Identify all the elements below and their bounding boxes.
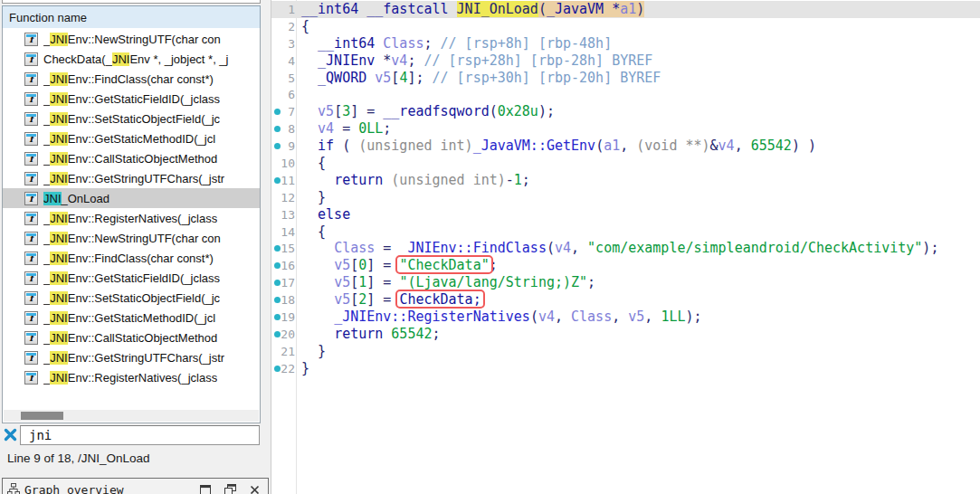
code-line-17[interactable]: 17 v5[1] = "(Ljava/lang/String;)Z"; (271, 274, 980, 291)
code-line-22[interactable]: 22} (271, 360, 980, 377)
function-icon: f (24, 232, 38, 245)
function-name-label: _JNIEnv::RegisterNatives(_jclass (43, 212, 217, 225)
code-line-15[interactable]: 15 Class = _JNIEnv::FindClass(v4, "com/e… (271, 240, 980, 257)
code-line-9[interactable]: 9 if ( (unsigned int)_JavaVM::GetEnv(a1,… (271, 138, 980, 155)
code-line-8[interactable]: 8 v4 = 0LL; (271, 120, 980, 138)
code-text: if ( (unsigned int)_JavaVM::GetEnv(a1, (… (295, 138, 816, 155)
code-line-2[interactable]: 2{ (271, 18, 980, 35)
function-name-label: _JNIEnv::GetStaticMethodID(_jcl (43, 311, 215, 325)
function-icon: f (24, 212, 38, 225)
toolbar-edge (2, 0, 261, 4)
decompiler-pseudocode-panel[interactable]: 1__int64 __fastcall JNI_OnLoad(_JavaVM *… (271, 1, 980, 377)
function-list-item[interactable]: f _JNIEnv::GetStaticFieldID(_jclass (3, 89, 260, 109)
line-dot[interactable] (271, 103, 281, 120)
code-line-1[interactable]: 1__int64 __fastcall JNI_OnLoad(_JavaVM *… (271, 1, 980, 18)
code-text: } (295, 189, 326, 206)
code-text: v5[3] = __readfsqword(0x28u); (295, 103, 555, 120)
function-name-label: _JNIEnv::GetStaticFieldID(_jclass (43, 92, 220, 106)
function-icon: f (24, 172, 38, 185)
functions-list: f _JNIEnv::NewStringUTF(char con f Check… (3, 29, 260, 387)
code-line-13[interactable]: 13 else (271, 206, 980, 223)
code-line-16[interactable]: 16 v5[0] = "CheckData"; (271, 257, 980, 274)
horizontal-scrollbar[interactable] (4, 410, 259, 422)
code-line-7[interactable]: 7 v5[3] = __readfsqword(0x28u); (271, 103, 980, 120)
graph-overview-panel[interactable]: Graph overview (2, 478, 269, 494)
function-icon: f (24, 192, 38, 205)
function-list-item[interactable]: f _JNIEnv::SetStaticObjectField(_jc (3, 109, 260, 128)
code-line-3[interactable]: 3 __int64 Class; // [rsp+8h] [rbp-48h] (271, 35, 980, 52)
line-number: 5 (281, 71, 295, 85)
function-icon: f (24, 311, 38, 325)
code-line-4[interactable]: 4 _JNIEnv *v4; // [rsp+28h] [rbp-28h] BY… (271, 52, 980, 70)
float-window-icon[interactable] (224, 484, 236, 494)
line-dot[interactable] (271, 240, 281, 257)
functions-column-header[interactable]: Function name (2, 5, 261, 29)
line-dot[interactable] (271, 120, 281, 138)
line-dot-empty (271, 70, 281, 87)
function-list-item[interactable]: f _JNIEnv::CallStaticObjectMethod (3, 148, 260, 168)
code-line-10[interactable]: 10 { (271, 155, 980, 172)
code-line-19[interactable]: 19 _JNIEnv::RegisterNatives(v4, Class, v… (271, 309, 980, 326)
line-dot[interactable] (271, 172, 281, 189)
code-line-5[interactable]: 5 _QWORD v5[4]; // [rsp+30h] [rbp-20h] B… (271, 70, 980, 87)
function-name-label: _JNIEnv::RegisterNatives(_jclass (43, 371, 217, 385)
line-dot[interactable] (271, 291, 281, 309)
panel-window-buttons (200, 484, 260, 494)
function-list-item[interactable]: f _JNIEnv::CallStaticObjectMethod (3, 328, 260, 347)
line-dot-empty (271, 343, 281, 360)
function-list-item[interactable]: f _JNIEnv::NewStringUTF(char con (3, 29, 260, 49)
line-dot[interactable] (271, 257, 281, 274)
function-list-item[interactable]: f _JNIEnv::RegisterNatives(_jclass (3, 367, 260, 387)
close-search-icon[interactable] (4, 428, 17, 442)
scrollbar-thumb[interactable] (21, 412, 63, 420)
function-search-input[interactable] (20, 425, 260, 445)
line-number: 2 (281, 20, 295, 33)
code-line-6[interactable]: 6 (271, 86, 980, 103)
line-number: 15 (281, 242, 295, 255)
line-dot-empty (271, 223, 281, 241)
function-list-item[interactable]: f _JNIEnv::GetStaticMethodID(_jcl (3, 308, 260, 328)
close-panel-icon[interactable] (250, 485, 260, 494)
function-list-item[interactable]: f _JNIEnv::SetStaticObjectField(_jc (3, 288, 260, 308)
code-line-20[interactable]: 20 return 65542; (271, 326, 980, 343)
function-list-item[interactable]: f _JNIEnv::FindClass(char const*) (3, 248, 260, 268)
line-number: 1 (281, 3, 295, 16)
function-list-item[interactable]: f _JNIEnv::NewStringUTF(char con (3, 228, 260, 248)
code-text: __int64 __fastcall JNI_OnLoad(_JavaVM *a… (295, 1, 644, 18)
function-list-item[interactable]: f _JNIEnv::RegisterNatives(_jclass (3, 208, 260, 228)
line-dot[interactable] (271, 274, 281, 291)
graph-overview-title: Graph overview (24, 483, 124, 494)
code-line-14[interactable]: 14 { (271, 223, 980, 241)
code-text: } (295, 343, 326, 360)
function-name-label: _JNIEnv::GetStringUTFChars(_jstr (43, 172, 224, 185)
line-number: 12 (281, 191, 295, 204)
line-number: 8 (281, 122, 295, 136)
function-list-item[interactable]: f _JNIEnv::GetStringUTFChars(_jstr (3, 168, 260, 188)
line-number: 11 (281, 174, 295, 187)
maximize-icon[interactable] (200, 485, 211, 494)
function-name-label: _JNIEnv::FindClass(char const*) (43, 72, 214, 86)
line-dot[interactable] (271, 360, 281, 377)
code-line-12[interactable]: 12 } (271, 189, 980, 206)
function-list-item[interactable]: f CheckData(_JNIEnv *, _jobject *, _j (3, 49, 260, 69)
code-line-21[interactable]: 21 } (271, 343, 980, 360)
functions-column-header-label: Function name (9, 11, 87, 24)
code-text: __int64 Class; // [rsp+8h] [rbp-48h] (295, 35, 612, 52)
line-dot[interactable] (271, 326, 281, 343)
function-list-item[interactable]: f _JNIEnv::GetStringUTFChars(_jstr (3, 347, 260, 367)
code-line-18[interactable]: 18 v5[2] = CheckData; (271, 291, 980, 309)
function-list-item[interactable]: f _JNIEnv::GetStaticMethodID(_jcl (3, 128, 260, 148)
function-icon: f (24, 33, 38, 46)
function-list-item-selected[interactable]: f JNI_OnLoad (3, 188, 260, 208)
code-line-11[interactable]: 11 return (unsigned int)-1; (271, 172, 980, 189)
line-dot[interactable] (271, 309, 281, 326)
function-name-label: _JNIEnv::CallStaticObjectMethod (43, 152, 217, 166)
code-text: { (295, 223, 326, 241)
line-dot[interactable] (271, 138, 281, 155)
function-icon: f (24, 112, 38, 126)
function-list-item[interactable]: f _JNIEnv::FindClass(char const*) (3, 69, 260, 89)
function-list-item[interactable]: f _JNIEnv::GetStaticFieldID(_jclass (3, 268, 260, 288)
code-text: v5[1] = "(Ljava/lang/String;)Z"; (295, 274, 595, 291)
line-number: 3 (281, 37, 295, 51)
line-dot-empty (271, 206, 281, 223)
